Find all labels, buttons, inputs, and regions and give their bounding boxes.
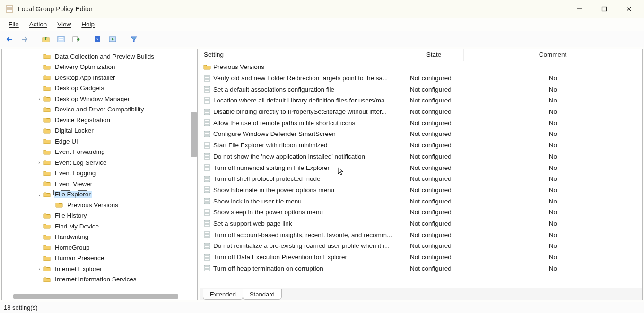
list-row[interactable]: Set a default associations configuration… bbox=[200, 84, 642, 95]
tab-extended[interactable]: Extended bbox=[203, 289, 243, 300]
toolbar-separator bbox=[35, 34, 35, 44]
tree-item[interactable]: Data Collection and Preview Builds bbox=[2, 51, 197, 62]
tree-item[interactable]: Digital Locker bbox=[2, 126, 197, 136]
help-button[interactable]: ? bbox=[91, 33, 104, 45]
folder-icon bbox=[43, 95, 51, 102]
list-row[interactable]: Previous Versions bbox=[200, 61, 642, 73]
filter-button[interactable] bbox=[127, 33, 140, 45]
menubar: File Action View Help bbox=[0, 18, 644, 31]
column-state[interactable]: State bbox=[404, 49, 464, 61]
list-row[interactable]: Turn off numerical sorting in File Explo… bbox=[200, 162, 642, 173]
tree-item[interactable]: Event Logging bbox=[2, 168, 197, 179]
setting-comment: No bbox=[464, 265, 642, 272]
list-row[interactable]: Turn off shell protocol protected modeNo… bbox=[200, 173, 642, 185]
svg-text:?: ? bbox=[96, 36, 99, 42]
list-row[interactable]: Set a support web page linkNot configure… bbox=[200, 218, 642, 229]
menu-file[interactable]: File bbox=[4, 19, 24, 30]
tree-item[interactable]: Human Presence bbox=[2, 253, 197, 264]
tree-item[interactable]: Device Registration bbox=[2, 115, 197, 126]
close-button[interactable] bbox=[617, 0, 641, 18]
column-setting[interactable]: Setting bbox=[200, 49, 404, 61]
tree-item[interactable]: Event Forwarding bbox=[2, 147, 197, 158]
setting-state: Not configured bbox=[404, 164, 464, 171]
list-row[interactable]: Configure Windows Defender SmartScreenNo… bbox=[200, 128, 642, 140]
list-row[interactable]: Start File Explorer with ribbon minimize… bbox=[200, 140, 642, 151]
tree-item[interactable]: Desktop App Installer bbox=[2, 72, 197, 83]
list-row[interactable]: Verify old and new Folder Redirection ta… bbox=[200, 73, 642, 84]
forward-button[interactable] bbox=[18, 33, 31, 45]
setting-state: Not configured bbox=[404, 220, 464, 227]
list-row[interactable]: Show hibernate in the power options menu… bbox=[200, 185, 642, 196]
tab-standard[interactable]: Standard bbox=[243, 289, 282, 300]
tree-item-label: Device Registration bbox=[54, 117, 111, 124]
tree-item-label: Internet Explorer bbox=[54, 265, 103, 272]
folder-icon bbox=[43, 52, 51, 60]
folder-icon bbox=[55, 201, 63, 209]
setting-comment: No bbox=[464, 86, 642, 93]
list-row[interactable]: Do not show the 'new application install… bbox=[200, 151, 642, 162]
setting-name: Do not reinitialize a pre-existing roame… bbox=[213, 242, 390, 249]
tree-hscrollbar[interactable] bbox=[2, 293, 197, 300]
setting-name: Turn off shell protocol protected mode bbox=[213, 175, 321, 182]
tree-item[interactable]: Desktop Gadgets bbox=[2, 83, 197, 94]
tree-scroll[interactable]: Data Collection and Preview BuildsDelive… bbox=[2, 49, 197, 293]
run-button[interactable] bbox=[106, 33, 119, 45]
tree-item[interactable]: HomeGroup bbox=[2, 242, 197, 253]
tree-item[interactable]: File History bbox=[2, 211, 197, 221]
chevron-right-icon[interactable]: › bbox=[36, 266, 43, 271]
list-row[interactable]: Show lock in the user tile menuNot confi… bbox=[200, 195, 642, 207]
tree-item[interactable]: Handwriting bbox=[2, 232, 197, 243]
list-row[interactable]: Location where all default Library defin… bbox=[200, 95, 642, 106]
menu-help[interactable]: Help bbox=[77, 19, 99, 30]
tree-hscrollbar-thumb[interactable] bbox=[13, 294, 178, 299]
folder-icon bbox=[43, 116, 51, 124]
tree: Data Collection and Preview BuildsDelive… bbox=[2, 49, 197, 287]
policy-icon bbox=[203, 164, 211, 171]
minimize-button[interactable] bbox=[567, 0, 592, 18]
tree-item[interactable]: ⌄File Explorer bbox=[2, 189, 197, 200]
tree-vscrollbar-thumb[interactable] bbox=[191, 112, 197, 157]
tree-item[interactable]: Delivery Optimization bbox=[2, 62, 197, 73]
menu-action[interactable]: Action bbox=[25, 19, 52, 30]
tree-item[interactable]: ›Event Log Service bbox=[2, 157, 197, 168]
chevron-right-icon[interactable]: › bbox=[36, 160, 43, 165]
tree-item[interactable]: Internet Information Services bbox=[2, 274, 197, 285]
list-row[interactable]: Turn off account-based insights, recent,… bbox=[200, 229, 642, 240]
setting-name: Show hibernate in the power options menu bbox=[213, 186, 334, 194]
chevron-right-icon[interactable]: › bbox=[36, 96, 43, 102]
list-body[interactable]: Previous VersionsVerify old and new Fold… bbox=[200, 61, 642, 288]
policy-icon bbox=[203, 85, 211, 93]
chevron-down-icon[interactable]: ⌄ bbox=[36, 192, 43, 197]
svg-rect-11 bbox=[59, 39, 63, 40]
list-row[interactable]: Disable binding directly to IPropertySet… bbox=[200, 106, 642, 118]
list-row[interactable]: Do not reinitialize a pre-existing roame… bbox=[200, 240, 642, 252]
column-comment[interactable]: Comment bbox=[464, 49, 642, 61]
up-folder-button[interactable] bbox=[39, 33, 52, 45]
properties-button[interactable] bbox=[54, 33, 68, 45]
tree-item[interactable]: ›Desktop Window Manager bbox=[2, 93, 197, 104]
back-button[interactable] bbox=[3, 33, 16, 45]
list-row[interactable]: Turn off Data Execution Prevention for E… bbox=[200, 252, 642, 263]
menu-view[interactable]: View bbox=[52, 19, 76, 30]
tree-item-label: Human Presence bbox=[54, 254, 105, 262]
setting-name: Turn off account-based insights, recent,… bbox=[213, 231, 392, 238]
maximize-button[interactable] bbox=[592, 0, 617, 18]
window-title: Local Group Policy Editor bbox=[18, 5, 93, 13]
setting-comment: No bbox=[464, 75, 642, 82]
tree-item[interactable]: Find My Device bbox=[2, 221, 197, 232]
policy-icon bbox=[203, 186, 211, 194]
tree-item[interactable]: ›Internet Explorer bbox=[2, 263, 197, 274]
list-row[interactable]: Turn off heap termination on corruptionN… bbox=[200, 262, 642, 274]
export-button[interactable] bbox=[70, 33, 83, 45]
tree-item[interactable]: Previous Versions bbox=[2, 200, 197, 211]
list-row[interactable]: Allow the use of remote paths in file sh… bbox=[200, 117, 642, 128]
setting-state: Not configured bbox=[404, 97, 464, 104]
tree-item-label: Edge UI bbox=[54, 138, 79, 145]
policy-icon bbox=[203, 119, 211, 127]
tree-item[interactable]: Device and Driver Compatibility bbox=[2, 104, 197, 115]
setting-name: Show sleep in the power options menu bbox=[213, 209, 323, 216]
list-row[interactable]: Show sleep in the power options menuNot … bbox=[200, 207, 642, 218]
tree-item[interactable]: Edge UI bbox=[2, 136, 197, 147]
setting-state: Not configured bbox=[404, 265, 464, 272]
tree-item[interactable]: Event Viewer bbox=[2, 178, 197, 189]
